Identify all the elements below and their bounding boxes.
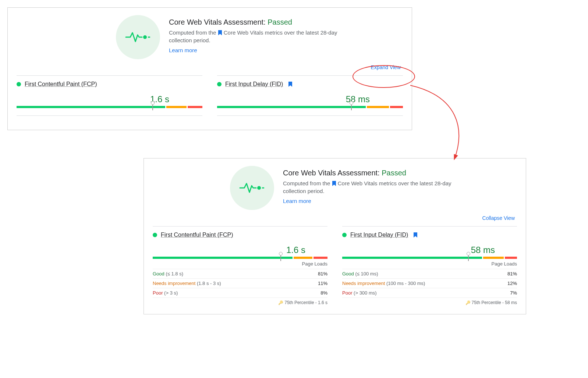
metrics-row: First Contentful Paint (FCP) 1.6 s First… [8,73,412,130]
dist-row-poor: Poor (> 3 s) 8% [153,288,327,297]
metric-fcp: First Contentful Paint (FCP) 1.6 s [17,73,202,121]
dist-needs-range: (100 ms - 300 ms) [386,281,425,286]
dist-row-good: Good (≤ 100 ms) 81% [342,269,517,278]
dist-poor-label: Poor [342,290,352,296]
dist-good-pct: 81% [507,271,517,277]
dist-needs-pct: 11% [318,281,327,286]
metric-value: 1.6 s [17,94,202,104]
dist-good-pct: 81% [318,271,327,277]
metric-name[interactable]: First Input Delay (FID) [225,81,283,88]
percentile-marker [280,254,281,261]
percentile-marker [152,104,153,110]
dist-row-needs: Needs improvement (100 ms - 300 ms) 12% [342,278,517,288]
svg-point-0 [143,35,147,39]
cwv-title-label: Core Web Vitals Assessment: [283,169,380,177]
dist-good-range: (≤ 1.8 s) [166,271,183,277]
dist-poor-pct: 8% [320,290,327,296]
bookmark-icon [332,180,336,185]
pulse-icon [116,15,160,59]
expand-view-button[interactable]: Expand View [8,63,412,73]
page-loads-header: Page Loads [342,259,517,269]
metric-value: 58 ms [217,94,403,104]
cwv-status: Passed [382,169,406,177]
cwv-status: Passed [268,18,292,26]
svg-rect-1 [148,37,150,38]
pulse-icon [230,166,274,210]
status-dot-good [153,233,157,237]
percentile-marker [351,104,352,110]
metric-fcp: First Contentful Paint (FCP) 1.6 s Page … [153,224,327,305]
learn-more-link[interactable]: Learn more [169,47,197,53]
metric-name[interactable]: First Contentful Paint (FCP) [25,81,97,88]
cwv-panel-expanded: Core Web Vitals Assessment: Passed Compu… [144,158,526,314]
annotation-arrow [403,82,469,166]
page-loads-header: Page Loads [153,259,327,269]
distribution-bar [17,106,202,108]
dist-needs-range: (1.8 s - 3 s) [197,281,221,286]
metric-name[interactable]: First Input Delay (FID) [350,232,408,238]
bookmark-icon [218,29,222,35]
dist-good-label: Good [153,271,164,277]
dist-poor-pct: 7% [510,290,517,296]
learn-more-link[interactable]: Learn more [283,198,311,204]
cwv-title: Core Web Vitals Assessment: Passed [169,18,353,26]
percentile-marker [468,254,469,261]
cwv-title: Core Web Vitals Assessment: Passed [283,169,467,177]
cwv-description: Computed from the Core Web Vitals metric… [169,29,353,44]
metric-value: 58 ms [342,245,517,255]
cwv-desc-prefix: Computed from the [169,29,216,36]
bookmark-icon [413,232,418,238]
metrics-row: First Contentful Paint (FCP) 1.6 s Page … [144,224,526,314]
dist-poor-label: Poor [153,290,163,296]
dist-row-poor: Poor (> 300 ms) 7% [342,288,517,297]
cwv-header: Core Web Vitals Assessment: Passed Compu… [8,8,412,63]
svg-rect-3 [262,188,264,189]
distribution-bar [153,257,327,259]
status-dot-good [217,82,222,86]
dist-good-range: (≤ 100 ms) [355,271,378,277]
distribution-bar [342,257,517,259]
metric-fid: First Input Delay (FID) 58 ms [217,73,403,121]
cwv-desc-prefix: Computed from the [283,180,330,186]
dist-good-label: Good [342,271,354,277]
collapse-view-button[interactable]: Collapse View [144,214,526,224]
metric-name[interactable]: First Contentful Paint (FCP) [161,232,233,238]
dist-row-needs: Needs improvement (1.8 s - 3 s) 11% [153,278,327,288]
bookmark-icon [288,82,293,87]
cwv-header: Core Web Vitals Assessment: Passed Compu… [144,158,526,214]
svg-point-2 [257,186,261,190]
status-dot-good [17,82,21,86]
dist-row-good: Good (≤ 1.8 s) 81% [153,269,327,278]
cwv-title-label: Core Web Vitals Assessment: [169,18,266,26]
percentile-caption: 75th Percentile - 1.6 s [153,297,327,305]
dist-poor-range: (> 300 ms) [354,290,377,296]
dist-needs-label: Needs improvement [153,281,195,286]
metric-fid: First Input Delay (FID) 58 ms Page Loads… [342,224,517,305]
cwv-description: Computed from the Core Web Vitals metric… [283,179,467,195]
dist-poor-range: (> 3 s) [164,290,178,296]
dist-needs-pct: 12% [507,281,517,286]
percentile-caption: 75th Percentile - 58 ms [342,297,517,305]
status-dot-good [342,233,347,237]
dist-needs-label: Needs improvement [342,281,385,286]
cwv-panel-collapsed: Core Web Vitals Assessment: Passed Compu… [7,7,412,130]
distribution-bar [217,106,403,108]
metric-value: 1.6 s [153,245,327,255]
